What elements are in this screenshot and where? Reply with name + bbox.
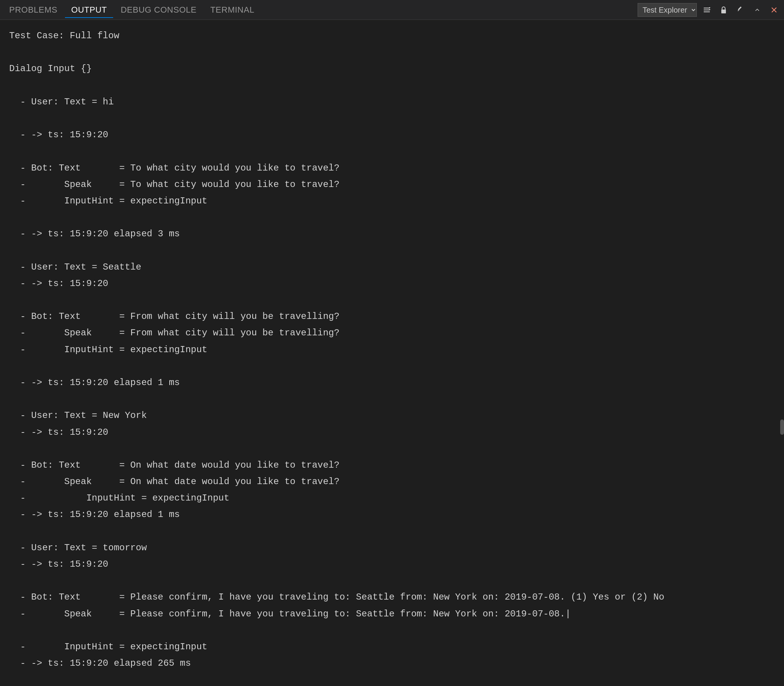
tab-output[interactable]: OUTPUT: [65, 2, 113, 18]
main-window: PROBLEMS OUTPUT DEBUG CONSOLE TERMINAL T…: [0, 0, 784, 686]
pin-icon[interactable]: [733, 3, 747, 17]
svg-rect-3: [709, 7, 710, 8]
svg-rect-5: [721, 10, 726, 13]
svg-rect-2: [704, 11, 710, 12]
tab-terminal[interactable]: TERMINAL: [204, 2, 260, 18]
output-text: Test Case: Full flow Dialog Input {} - U…: [9, 28, 775, 686]
scrollbar-thumb[interactable]: [780, 420, 784, 435]
chevron-up-icon[interactable]: [750, 3, 764, 17]
tab-debug-console[interactable]: DEBUG CONSOLE: [115, 2, 202, 18]
svg-rect-0: [704, 8, 710, 8]
close-icon[interactable]: [767, 3, 781, 17]
output-content: Test Case: Full flow Dialog Input {} - U…: [0, 20, 784, 686]
tab-bar-left: PROBLEMS OUTPUT DEBUG CONSOLE TERMINAL: [3, 2, 637, 18]
tab-problems[interactable]: PROBLEMS: [3, 2, 64, 18]
test-explorer-dropdown[interactable]: Test Explorer: [637, 3, 697, 17]
list-icon[interactable]: [700, 3, 714, 17]
svg-rect-1: [704, 10, 710, 10]
scrollbar-track[interactable]: [780, 20, 784, 686]
lock-icon[interactable]: [717, 3, 730, 17]
svg-rect-4: [709, 9, 710, 10]
tab-bar: PROBLEMS OUTPUT DEBUG CONSOLE TERMINAL T…: [0, 0, 784, 20]
tab-bar-right: Test Explorer: [637, 3, 781, 17]
